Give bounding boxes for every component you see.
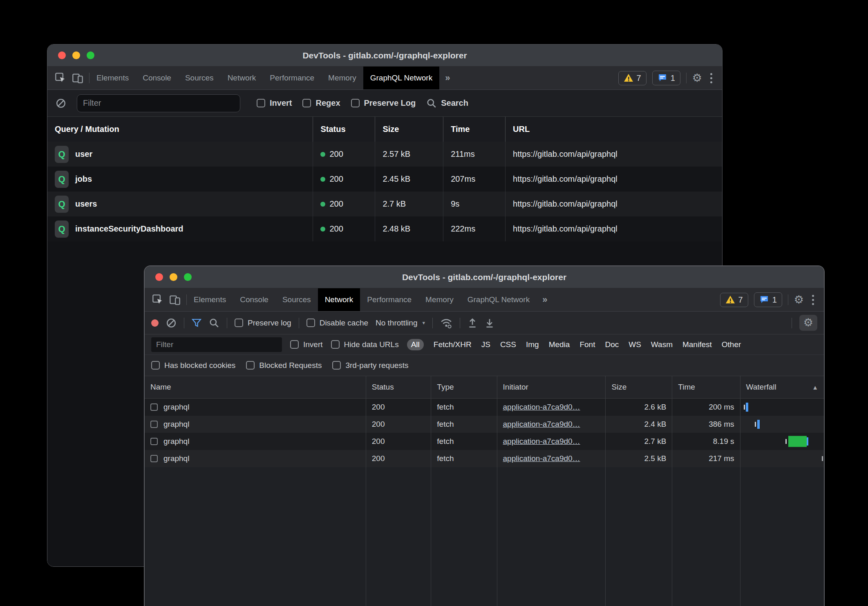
preserve-log-checkbox[interactable]: Preserve Log [351,98,416,108]
table-row[interactable]: Qjobs 200 2.45 kB 207ms https://gitlab.c… [47,167,722,192]
filter-img[interactable]: Img [526,340,539,349]
initiator-link[interactable]: application-a7ca9d0… [503,437,580,446]
initiator-link[interactable]: application-a7ca9d0… [503,454,580,463]
tab-graphql-network[interactable]: GraphQL Network [461,288,537,311]
tab-memory[interactable]: Memory [418,288,461,311]
tab-performance[interactable]: Performance [263,67,321,89]
network-settings-gear-icon[interactable]: ⚙ [799,315,817,331]
checkbox-icon[interactable] [246,361,255,370]
table-row[interactable]: Quser 200 2.57 kB 211ms https://gitlab.c… [47,142,722,167]
inspect-icon[interactable] [55,72,66,84]
more-tabs-icon[interactable]: » [439,67,456,89]
col-time[interactable]: Time [672,376,740,398]
search-icon[interactable] [209,318,219,328]
tab-console[interactable]: Console [136,67,178,89]
filter-media[interactable]: Media [549,340,570,349]
table-row[interactable]: QinstanceSecurityDashboard 200 2.48 kB 2… [47,216,722,241]
table-row[interactable]: graphql 200 fetch application-a7ca9d0… 2… [145,450,824,467]
blocked-requests-checkbox[interactable]: Blocked Requests [246,361,322,370]
filter-funnel-icon[interactable] [192,318,201,328]
tab-console[interactable]: Console [233,288,275,311]
regex-checkbox[interactable]: Regex [302,98,340,108]
clear-icon[interactable] [166,318,177,328]
table-row[interactable]: graphql 200 fetch application-a7ca9d0… 2… [145,433,824,450]
search-toggle[interactable]: Search [426,98,468,109]
invert-checkbox[interactable]: Invert [290,340,323,349]
zoom-button[interactable] [184,273,192,281]
checkbox-icon[interactable] [235,319,243,327]
settings-gear-icon[interactable]: ⚙ [794,294,804,305]
filter-manifest[interactable]: Manifest [682,340,712,349]
table-row[interactable]: Qusers 200 2.7 kB 9s https://gitlab.com/… [47,192,722,216]
filter-fetch-xhr[interactable]: Fetch/XHR [434,340,472,349]
filter-doc[interactable]: Doc [605,340,619,349]
col-status[interactable]: Status [313,117,375,142]
record-button[interactable] [151,319,159,327]
row-checkbox[interactable] [150,455,158,462]
col-initiator[interactable]: Initiator [497,376,606,398]
issues-badge[interactable]: 1 [652,71,680,85]
row-checkbox[interactable] [150,403,158,411]
filter-ws[interactable]: WS [629,340,641,349]
col-query-mutation[interactable]: Query / Mutation [47,117,313,142]
more-tabs-icon[interactable]: » [537,288,553,311]
checkbox-icon[interactable] [306,319,315,327]
filter-js[interactable]: JS [481,340,490,349]
filter-font[interactable]: Font [579,340,595,349]
third-party-requests-checkbox[interactable]: 3rd-party requests [332,361,408,370]
tab-elements[interactable]: Elements [89,67,136,89]
col-time[interactable]: Time [443,117,506,142]
checkbox-icon[interactable] [151,361,160,370]
tab-elements[interactable]: Elements [187,288,233,311]
import-har-icon[interactable] [468,318,477,328]
throttling-dropdown[interactable]: No throttling ▾ [376,319,425,328]
has-blocked-cookies-checkbox[interactable]: Has blocked cookies [151,361,235,370]
row-checkbox[interactable] [150,421,158,428]
filter-other[interactable]: Other [722,340,741,349]
row-checkbox[interactable] [150,438,158,445]
tab-sources[interactable]: Sources [275,288,318,311]
tab-network[interactable]: Network [318,288,360,311]
checkbox-icon[interactable] [290,340,299,349]
disable-cache-checkbox[interactable]: Disable cache [306,319,368,328]
checkbox-icon[interactable] [302,99,311,107]
initiator-link[interactable]: application-a7ca9d0… [503,403,580,412]
checkbox-icon[interactable] [331,340,340,349]
warnings-badge[interactable]: 7 [720,293,748,307]
zoom-button[interactable] [87,51,94,59]
kebab-menu-icon[interactable] [810,295,817,305]
issues-badge[interactable]: 1 [754,292,782,307]
clear-icon[interactable] [56,98,66,109]
initiator-link[interactable]: application-a7ca9d0… [503,420,580,429]
table-row[interactable]: graphql 200 fetch application-a7ca9d0… 2… [145,416,824,433]
tab-sources[interactable]: Sources [178,67,221,89]
tab-network[interactable]: Network [221,67,263,89]
settings-gear-icon[interactable]: ⚙ [692,73,702,84]
device-toolbar-icon[interactable] [169,294,181,305]
checkbox-icon[interactable] [351,99,360,107]
titlebar[interactable]: DevTools - gitlab.com/-/graphql-explorer [145,266,824,288]
col-size[interactable]: Size [375,117,443,142]
kebab-menu-icon[interactable] [708,73,715,83]
minimize-button[interactable] [170,273,177,281]
col-type[interactable]: Type [431,376,497,398]
filter-all[interactable]: All [407,339,424,350]
filter-input[interactable] [151,337,282,352]
filter-css[interactable]: CSS [500,340,516,349]
tab-performance[interactable]: Performance [360,288,418,311]
filter-wasm[interactable]: Wasm [651,340,673,349]
export-har-icon[interactable] [485,318,494,328]
col-status[interactable]: Status [366,376,432,398]
table-row[interactable]: graphql 200 fetch application-a7ca9d0… 2… [145,399,824,416]
col-url[interactable]: URL [506,117,722,142]
close-button[interactable] [155,273,163,281]
checkbox-icon[interactable] [257,99,265,107]
preserve-log-checkbox[interactable]: Preserve log [235,319,291,328]
warnings-badge[interactable]: 7 [618,71,647,85]
col-waterfall[interactable]: Waterfall ▲ [740,376,824,398]
col-size[interactable]: Size [606,376,672,398]
minimize-button[interactable] [72,51,80,59]
inspect-icon[interactable] [152,294,163,305]
tab-memory[interactable]: Memory [321,67,363,89]
tab-graphql-network[interactable]: GraphQL Network [363,67,439,89]
